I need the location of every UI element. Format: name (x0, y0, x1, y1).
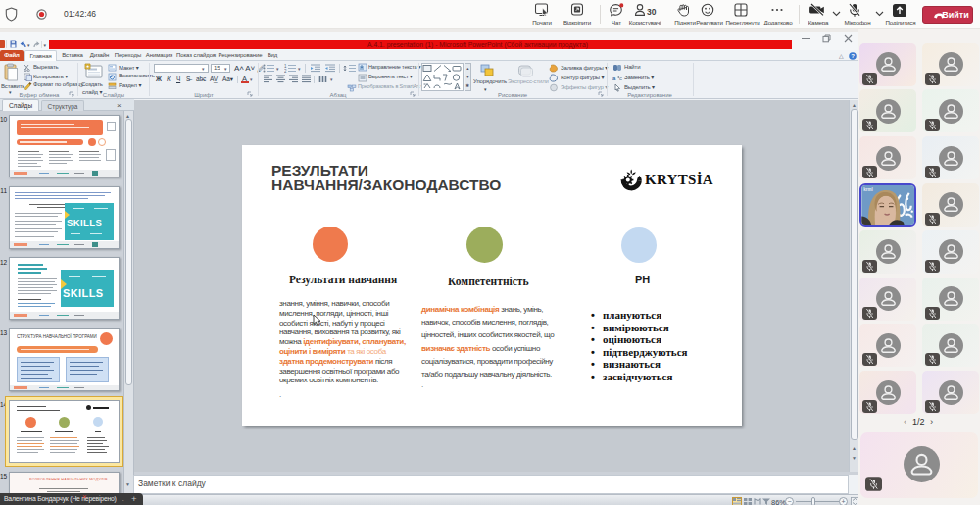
svg-text:?: ? (851, 53, 855, 59)
svg-text:krml: krml (863, 187, 872, 192)
svg-text:c: c (619, 76, 622, 81)
svg-text:2: 2 (284, 69, 287, 73)
svg-text:a: a (612, 76, 616, 81)
